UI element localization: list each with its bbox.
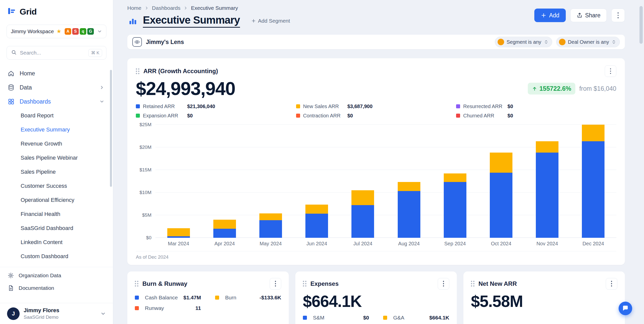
kebab-menu-button[interactable] bbox=[438, 278, 449, 290]
bar-segment-retained-arr bbox=[259, 220, 282, 238]
y-tick-label: $5M bbox=[142, 212, 151, 218]
kebab-menu-button[interactable] bbox=[605, 65, 616, 77]
bar-segment-retained-arr bbox=[490, 173, 512, 238]
share-icon bbox=[577, 12, 583, 18]
brand-logo: Grid bbox=[0, 6, 113, 17]
add-button[interactable]: Add bbox=[534, 9, 566, 22]
x-tick-label: Sep 2024 bbox=[432, 241, 478, 247]
drag-handle-icon[interactable] bbox=[303, 281, 306, 287]
sidebar-item-data[interactable]: Data bbox=[0, 80, 113, 95]
gear-icon bbox=[8, 272, 15, 279]
legend-swatch bbox=[215, 296, 219, 300]
sidebar-item-operational-efficiency[interactable]: Operational Efficiency bbox=[0, 193, 113, 207]
chat-icon bbox=[622, 305, 629, 312]
sidebar-scrollbar[interactable] bbox=[110, 70, 112, 187]
lens-filters: Segment is any Deal Owner is any bbox=[495, 37, 620, 47]
chevron-down-icon bbox=[100, 311, 106, 316]
sidebar-item-label: Home bbox=[20, 70, 35, 77]
title-row: Executive Summary Add Segment bbox=[127, 14, 290, 28]
page-title[interactable]: Executive Summary bbox=[143, 14, 240, 28]
sidebar-item-dashboards[interactable]: Dashboards bbox=[0, 95, 113, 109]
document-icon bbox=[8, 285, 15, 291]
sidebar-item-organization-data[interactable]: Organization Data bbox=[0, 269, 113, 282]
plus-icon bbox=[251, 18, 256, 23]
bar-segment-retained-arr bbox=[305, 214, 328, 238]
filter-chip-segment[interactable]: Segment is any bbox=[495, 37, 552, 47]
page-scrollbar[interactable] bbox=[639, 6, 643, 44]
drag-handle-icon[interactable] bbox=[135, 281, 138, 287]
search-input[interactable]: Search... ⌘ K bbox=[7, 46, 106, 60]
sidebar-secondary: Organization Data Documentation bbox=[0, 267, 113, 294]
user-profile[interactable]: J Jimmy Flores SaaSGrid Demo bbox=[0, 303, 113, 324]
bar-column-aug-2024 bbox=[386, 125, 432, 238]
integration-icon: q bbox=[80, 28, 86, 35]
breadcrumb-item-dashboards[interactable]: Dashboards bbox=[152, 5, 180, 11]
card-title: Expenses bbox=[310, 280, 339, 287]
y-tick-label: $25M bbox=[139, 122, 151, 127]
integration-icon: S bbox=[72, 28, 79, 35]
sidebar-item-sales-pipeline[interactable]: Sales Pipeline bbox=[0, 165, 113, 179]
sidebar-item-financial-health[interactable]: Financial Health bbox=[0, 207, 113, 221]
bar-segment-retained-arr bbox=[536, 153, 558, 238]
card-title: ARR (Growth Accounting) bbox=[143, 68, 218, 75]
drag-handle-icon[interactable] bbox=[471, 281, 474, 287]
chevron-right-icon bbox=[144, 6, 149, 10]
legend-swatch bbox=[383, 316, 387, 320]
topbar: Home Dashboards Executive Summary Execut… bbox=[127, 5, 625, 28]
legend-item: Runway11 bbox=[135, 305, 201, 311]
bar-segment-new-sales-arr bbox=[213, 220, 236, 229]
x-tick-label: Jul 2024 bbox=[340, 241, 386, 247]
breadcrumb-item-home[interactable]: Home bbox=[127, 5, 141, 11]
sidebar-item-custom-dashboard[interactable]: Custom Dashboard bbox=[0, 249, 113, 263]
bar-segment-retained-arr bbox=[213, 229, 236, 238]
chevron-right-icon bbox=[183, 6, 188, 10]
sidebar-item-executive-summary[interactable]: Executive Summary bbox=[0, 123, 113, 137]
breadcrumb-item-current: Executive Summary bbox=[191, 5, 238, 11]
arr-legend: Retained ARR$21,306,040 Expansion ARR$0 … bbox=[136, 104, 616, 119]
bar-segment-new-sales-arr bbox=[259, 213, 282, 220]
more-options-button[interactable] bbox=[611, 9, 625, 22]
y-tick-label: $10M bbox=[139, 190, 151, 195]
arrow-up-icon bbox=[532, 86, 537, 91]
kebab-menu-button[interactable] bbox=[270, 278, 281, 290]
sidebar-item-documentation[interactable]: Documentation bbox=[0, 282, 113, 294]
grid-logo-icon bbox=[7, 7, 16, 17]
bar-column-mar-2024 bbox=[155, 125, 202, 238]
integration-icon: A bbox=[65, 28, 71, 35]
dashboards-icon bbox=[8, 98, 16, 105]
filter-chip-deal-owner[interactable]: Deal Owner is any bbox=[556, 37, 620, 47]
x-tick-label: Apr 2024 bbox=[202, 241, 248, 247]
legend-item: New Sales ARR$3,687,900 bbox=[296, 104, 456, 109]
bar-column-jun-2024 bbox=[294, 125, 340, 238]
legend-swatch bbox=[456, 114, 460, 118]
delta-from: from $16,040 bbox=[579, 85, 616, 92]
sidebar-item-revenue-growth[interactable]: Revenue Growth bbox=[0, 137, 113, 151]
integration-icon: G bbox=[87, 28, 94, 35]
sidebar-item-linkedin-content[interactable]: LinkedIn Content bbox=[0, 235, 113, 249]
sidebar-item-label: Dashboards bbox=[20, 98, 51, 105]
bar-segment-new-sales-arr bbox=[582, 125, 605, 141]
legend-swatch bbox=[136, 114, 140, 118]
workspace-selector[interactable]: Jimmy Workspace ★ ASqG bbox=[7, 25, 106, 38]
plus-icon bbox=[541, 12, 547, 18]
chat-fab-button[interactable] bbox=[619, 302, 632, 315]
filter-attribute-icon bbox=[498, 39, 504, 45]
sidebar-item-home[interactable]: Home bbox=[0, 66, 113, 80]
arr-card: ARR (Growth Accounting) $24,993,940 1557… bbox=[127, 58, 625, 265]
drag-handle-icon[interactable] bbox=[136, 68, 139, 74]
bar-segment-retained-arr bbox=[444, 182, 466, 238]
bar-column-apr-2024 bbox=[202, 125, 248, 238]
sidebar-item-sales-pipeline-webinar[interactable]: Sales Pipeline Webinar bbox=[0, 151, 113, 165]
sidebar-item-board-report[interactable]: Board Report bbox=[0, 109, 113, 123]
star-icon: ★ bbox=[56, 29, 61, 34]
share-button[interactable]: Share bbox=[570, 9, 607, 22]
sidebar-item-customer-success[interactable]: Customer Success bbox=[0, 179, 113, 193]
add-segment-button[interactable]: Add Segment bbox=[251, 18, 290, 24]
x-tick-label: Nov 2024 bbox=[524, 241, 570, 247]
x-tick-label: Mar 2024 bbox=[155, 241, 202, 247]
kebab-menu-button[interactable] bbox=[606, 278, 617, 290]
search-shortcut: ⌘ K bbox=[88, 49, 102, 57]
bar-column-dec-2024 bbox=[570, 125, 616, 238]
sidebar-item-saasgrid-dashboard[interactable]: SaaSGrid Dashboard bbox=[0, 221, 113, 235]
x-tick-label: Oct 2024 bbox=[478, 241, 524, 247]
